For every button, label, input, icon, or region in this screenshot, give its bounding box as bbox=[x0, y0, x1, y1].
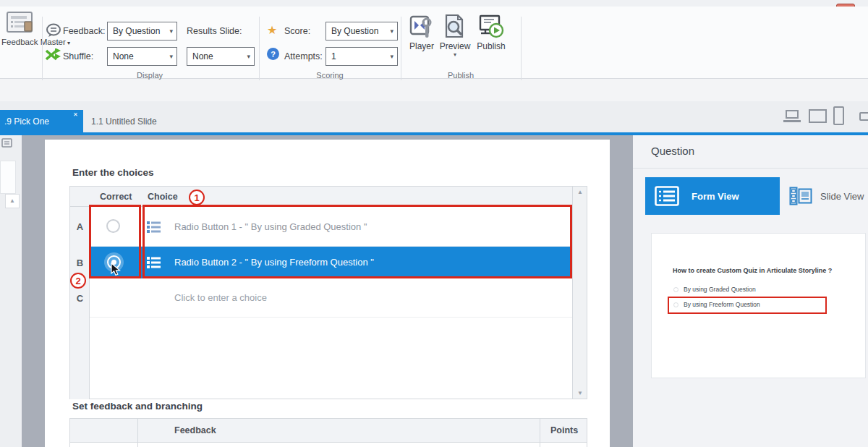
feedback-master-label: Feedback Master bbox=[1, 38, 66, 46]
chevron-down-icon: ▾ bbox=[169, 53, 173, 60]
chevron-down-icon: ▾ bbox=[390, 53, 393, 60]
preview-question-text: How to create Custom Quiz in Articulate … bbox=[673, 267, 846, 274]
tab-slide-view[interactable]: Slide View bbox=[785, 177, 868, 215]
publish-button[interactable]: Publish bbox=[475, 14, 508, 51]
player-button[interactable]: Player bbox=[407, 14, 437, 51]
bullet-list-icon bbox=[147, 221, 161, 234]
tab-pick-one[interactable]: .9 Pick One bbox=[0, 110, 83, 132]
chevron-down-icon: ▾ bbox=[169, 27, 173, 35]
preview-button[interactable]: Preview ▾ bbox=[438, 14, 472, 58]
choice-c-placeholder: Click to enter a choice bbox=[174, 292, 267, 303]
choices-scrollbar[interactable]: ▲ ▼ bbox=[572, 187, 587, 399]
row-a-letter: A bbox=[70, 207, 90, 247]
feedback-heading: Set feedback and branching bbox=[72, 401, 203, 412]
shuffle-field-label: Shuffle: bbox=[63, 51, 93, 61]
points-column-divider bbox=[540, 419, 540, 447]
feedback-master-icon bbox=[7, 12, 35, 35]
shuffle-dropdown-value: None bbox=[113, 51, 134, 61]
preview-radio-icon bbox=[673, 302, 678, 307]
chevron-down-icon: ▾ bbox=[454, 51, 456, 58]
question-panel-title: Question bbox=[651, 145, 694, 157]
form-view-icon bbox=[655, 186, 679, 206]
laptop-base-icon bbox=[783, 120, 801, 122]
score-star-icon: ★ bbox=[267, 23, 277, 37]
form-view-label: Form View bbox=[692, 191, 739, 202]
results-slide-dropdown-value: None bbox=[192, 51, 213, 61]
scoring-group-label: Scoring bbox=[259, 71, 401, 80]
feedback-bubble-icon bbox=[46, 23, 61, 38]
dropdown-caret-icon: ▾ bbox=[66, 40, 70, 46]
collapsed-panel-icon bbox=[1, 138, 13, 149]
shuffle-dropdown[interactable]: None ▾ bbox=[107, 47, 177, 66]
feedback-dropdown[interactable]: By Question ▾ bbox=[107, 22, 177, 41]
feedback-table: Feedback Points bbox=[69, 418, 587, 447]
preview-icon bbox=[443, 14, 467, 41]
publish-icon bbox=[478, 14, 504, 41]
left-scrollbar-up-button[interactable]: ▲ bbox=[5, 194, 20, 208]
feedback-letter-column bbox=[70, 419, 138, 447]
feedback-dropdown-value: By Question bbox=[113, 26, 160, 36]
titlebar-strip bbox=[0, 0, 868, 7]
tab-form-view[interactable]: Form View bbox=[645, 177, 780, 215]
ribbon: Feedback Master ▾ Feedback: By Question … bbox=[0, 7, 868, 79]
slide-view-label: Slide View bbox=[820, 191, 864, 202]
app-window: ✕ Feedback Master ▾ Feedback: By Qu bbox=[0, 0, 868, 447]
tab-close-icon[interactable]: ✕ bbox=[73, 111, 78, 118]
player-button-label: Player bbox=[409, 41, 434, 51]
scroll-up-icon[interactable]: ▲ bbox=[573, 189, 587, 195]
tab-untitled-slide-label: 1.1 Untitled Slide bbox=[91, 116, 157, 127]
player-icon bbox=[409, 14, 434, 41]
results-slide-dropdown[interactable]: None ▾ bbox=[187, 47, 255, 66]
feedback-table-header bbox=[70, 419, 587, 443]
phone-icon[interactable] bbox=[859, 112, 868, 121]
shuffle-icon bbox=[46, 48, 61, 61]
choice-b-text: Radio Button 2 - " By using Freeform Que… bbox=[174, 257, 374, 268]
publish-button-label: Publish bbox=[477, 41, 505, 51]
slide-preview-card[interactable]: How to create Custom Quiz in Articulate … bbox=[651, 233, 866, 378]
feedback-master-button[interactable]: Feedback Master ▾ bbox=[1, 10, 40, 75]
bullet-list-icon bbox=[147, 256, 161, 269]
laptop-icon[interactable] bbox=[786, 110, 799, 119]
preview-radio-icon bbox=[673, 287, 678, 292]
question-panel-divider bbox=[633, 168, 868, 169]
choice-row-c[interactable]: Click to enter a choice bbox=[90, 278, 572, 318]
scroll-down-icon[interactable]: ▼ bbox=[573, 390, 587, 396]
scroll-up-icon: ▲ bbox=[6, 195, 19, 208]
radio-unselected[interactable] bbox=[106, 219, 120, 233]
monitor-icon[interactable] bbox=[809, 109, 827, 123]
choice-a-text: Radio Button 1 - " By using Graded Quest… bbox=[174, 221, 367, 232]
attempts-dropdown-value: 1 bbox=[331, 51, 336, 61]
results-slide-label: Results Slide: bbox=[187, 26, 242, 36]
left-edge-panel: ▲ bbox=[0, 135, 22, 447]
tablet-icon[interactable] bbox=[833, 106, 844, 125]
left-scrollbar-track[interactable] bbox=[0, 161, 16, 194]
display-group-label: Display bbox=[42, 71, 258, 80]
preview-option-2: By using Freeform Question bbox=[684, 301, 760, 308]
tab-untitled-slide[interactable]: 1.1 Untitled Slide bbox=[83, 110, 157, 132]
annotation-number-1: 1 bbox=[189, 190, 205, 205]
annotation-number-2: 2 bbox=[70, 273, 86, 289]
score-field-label: Score: bbox=[284, 26, 310, 36]
chevron-down-icon: ▾ bbox=[390, 27, 393, 35]
chevron-down-icon: ▾ bbox=[247, 53, 250, 60]
publish-group-label: Publish bbox=[401, 71, 521, 80]
choice-column-header: Choice bbox=[148, 192, 178, 202]
feedback-field-label: Feedback: bbox=[63, 26, 105, 36]
cursor-icon bbox=[111, 263, 122, 276]
choice-row-b[interactable]: Radio Button 2 - " By using Freeform Que… bbox=[90, 247, 572, 278]
points-column-header: Points bbox=[550, 425, 578, 435]
attempts-field-label: Attempts: bbox=[284, 51, 323, 61]
choices-table: Correct Choice A Radio Button 1 - " By u… bbox=[69, 186, 587, 399]
preview-option-1: By using Graded Question bbox=[684, 286, 756, 293]
attempts-dropdown[interactable]: 1 ▾ bbox=[326, 47, 398, 66]
slide-view-icon bbox=[789, 187, 812, 205]
score-dropdown-value: By Question bbox=[331, 26, 378, 36]
score-dropdown[interactable]: By Question ▾ bbox=[326, 22, 398, 41]
correct-column-header: Correct bbox=[100, 192, 132, 202]
choice-row-a[interactable]: Radio Button 1 - " By using Graded Quest… bbox=[90, 207, 572, 247]
preview-button-label: Preview bbox=[440, 41, 471, 51]
tab-pick-one-label: .9 Pick One bbox=[4, 116, 49, 127]
feedback-column-header: Feedback bbox=[174, 425, 216, 435]
attempts-shield-icon: ? bbox=[267, 48, 279, 60]
choices-heading: Enter the choices bbox=[72, 167, 154, 178]
